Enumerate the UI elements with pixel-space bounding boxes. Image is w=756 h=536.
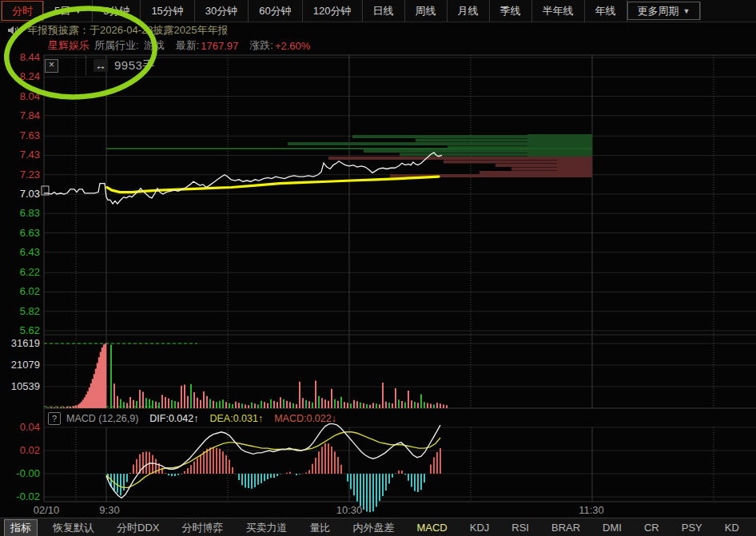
close-icon[interactable]: × <box>45 59 58 73</box>
tab-恢复默认[interactable]: 恢复默认 <box>46 520 101 536</box>
volume-axis-label: 10539 <box>0 380 40 393</box>
time-axis-label: 10:30 <box>336 504 363 516</box>
tab-买卖力道[interactable]: 买卖力道 <box>238 520 294 536</box>
tab-MACD[interactable]: MACD <box>409 521 454 534</box>
chart-toolbar-tooltip: × ↔ 9953手 <box>45 56 155 75</box>
price-axis-label: 7.84 <box>0 109 40 122</box>
indicator-tabs: 指标恢复默认分时DDX分时博弈买卖力道量比内外盘差MACDKDJRSIBRARD… <box>0 518 756 536</box>
tab-CR[interactable]: CR <box>637 521 666 534</box>
tooltip-divider <box>58 56 86 75</box>
tab-KD[interactable]: KD <box>718 521 746 534</box>
trading-app-window: 分时5日▼5分钟15分钟30分钟60分钟120分钟日线周线月线季线半年线年线更多… <box>0 0 756 536</box>
macd-axis-label: 0.02 <box>0 444 40 457</box>
intraday-chart[interactable] <box>0 0 756 536</box>
tab-指标[interactable]: 指标 <box>4 519 38 536</box>
macd-axis-label: 0.04 <box>0 421 40 434</box>
tab-分时DDX[interactable]: 分时DDX <box>109 520 166 536</box>
price-axis-label: 8.04 <box>0 90 40 103</box>
time-axis-label: 9:30 <box>99 504 119 516</box>
price-axis-label: 5.62 <box>0 324 40 337</box>
price-axis-label: 5.82 <box>0 305 40 318</box>
price-axis-label: 7.43 <box>0 149 40 161</box>
price-axis-label: 7.23 <box>0 169 40 181</box>
dif-value: DIF:0.042↑ <box>149 413 198 424</box>
time-axis-label: 11:30 <box>579 504 604 516</box>
price-axis-label: 8.44 <box>0 51 40 64</box>
dea-value: DEA:0.031↑ <box>209 413 263 424</box>
help-icon[interactable]: ? <box>48 412 61 425</box>
price-axis-label: 6.02 <box>0 285 40 298</box>
indicator-name: MACD (12,26,9) <box>66 413 138 424</box>
price-axis-label: 6.43 <box>0 246 40 259</box>
price-axis-label: 6.22 <box>0 266 40 279</box>
tab-RSI[interactable]: RSI <box>504 521 536 534</box>
price-axis-label: 6.63 <box>0 227 40 240</box>
price-axis-label: 7.03 <box>0 188 40 201</box>
price-axis-label: 6.83 <box>0 207 40 220</box>
price-axis-label: 7.63 <box>0 129 40 142</box>
macd-value: MACD:0.022↓ <box>274 413 336 424</box>
tab-BRAR[interactable]: BRAR <box>544 521 587 534</box>
resize-arrows-icon[interactable]: ↔ <box>94 59 108 72</box>
tooltip-volume-value: 9953手 <box>114 58 155 73</box>
price-axis-label: 8.24 <box>0 70 40 83</box>
volume-axis-label: 21079 <box>0 359 40 371</box>
tab-KDJ[interactable]: KDJ <box>463 521 497 534</box>
tab-内外盘差[interactable]: 内外盘差 <box>345 520 401 536</box>
tab-量比[interactable]: 量比 <box>302 520 337 536</box>
tab-PSY[interactable]: PSY <box>674 521 710 534</box>
macd-axis-label: -0.02 <box>0 490 40 503</box>
indicator-label-row: ? MACD (12,26,9) DIF:0.042↑ DEA:0.031↑ M… <box>48 411 336 427</box>
time-axis-label: 02/10 <box>34 504 60 516</box>
tab-DMI[interactable]: DMI <box>595 521 629 534</box>
volume-axis-label: 31619 <box>0 337 40 350</box>
tab-分时博弈[interactable]: 分时博弈 <box>174 520 230 536</box>
macd-axis-label: -0.00 <box>0 467 40 480</box>
